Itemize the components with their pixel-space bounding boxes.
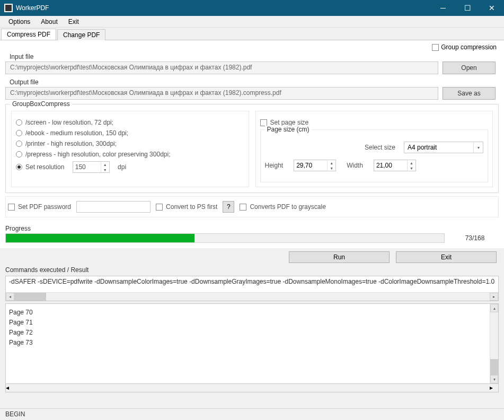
radio-icon (16, 119, 22, 126)
log-line: Page 71 (9, 319, 487, 326)
maximize-button[interactable]: ☐ (455, 0, 480, 16)
page-size-subgroup: Page size (cm) Select size A4 portrait ▾… (260, 129, 489, 182)
svg-rect-0 (5, 5, 12, 11)
chevron-left-icon[interactable]: ◂ (6, 384, 14, 392)
height-label: Height (265, 162, 284, 169)
chevron-down-icon[interactable]: ▾ (490, 375, 498, 383)
set-pdf-password-checkbox[interactable]: Set PDF password (8, 203, 71, 211)
grayscale-checkbox[interactable]: Converts PDF to grayscale (240, 203, 325, 211)
page-size-legend: Page size (cm) (265, 126, 312, 133)
chevron-up-icon[interactable]: ▴ (490, 304, 498, 312)
progress-bar (5, 233, 445, 243)
width-label: Width (347, 162, 363, 169)
groupbox-compress: GroupBoxCompress /screen - low resolutio… (5, 104, 499, 193)
convert-ps-checkbox[interactable]: Convert to PS first (156, 203, 217, 211)
checkbox-icon (156, 204, 163, 211)
checkbox-icon (240, 204, 246, 211)
log-line: Page 72 (9, 329, 487, 336)
title-bar: WorkerPDF ─ ☐ ✕ (0, 0, 504, 16)
progress-fill (6, 234, 194, 242)
preset-custom-resolution[interactable]: Set resolution 150 ▲▼ dpi (16, 161, 244, 173)
help-button[interactable]: ? (223, 201, 234, 213)
tab-strip: Compress PDF Change PDF (0, 28, 504, 40)
preset-printer[interactable]: /printer - high resolution, 300dpi; (16, 140, 244, 147)
height-spinner[interactable]: 29,70 ▲▼ (294, 160, 336, 171)
chevron-down-icon[interactable]: ▼ (328, 165, 335, 171)
log-horizontal-scrollbar[interactable]: ◂ ▸ (5, 384, 499, 392)
menu-bar: Options About Exit (0, 16, 504, 28)
set-resolution-label: Set resolution (25, 163, 64, 171)
log-textbox[interactable]: Page 70 Page 71 Page 72 Page 73 ▴ ▾ (5, 303, 499, 384)
run-button[interactable]: Run (289, 251, 390, 263)
set-page-size-checkbox[interactable]: Set page size (260, 119, 489, 126)
tab-compress-pdf[interactable]: Compress PDF (1, 29, 56, 40)
chevron-left-icon[interactable]: ◂ (6, 293, 14, 301)
open-button[interactable]: Open (443, 62, 496, 74)
page-size-panel: Set page size Page size (cm) Select size… (255, 111, 493, 187)
scrollbar-thumb[interactable] (490, 359, 498, 375)
commands-label: Commands executed / Result (0, 265, 504, 275)
select-size-label: Select size (365, 144, 395, 151)
page-size-combo[interactable]: A4 portrait ▾ (404, 142, 483, 153)
chevron-down-icon: ▾ (473, 142, 483, 153)
dpi-unit: dpi (118, 163, 126, 171)
scrollbar-thumb[interactable] (14, 293, 46, 301)
width-spinner[interactable]: 21,00 ▲▼ (374, 160, 416, 171)
preset-screen[interactable]: /screen - low resolution, 72 dpi; (16, 119, 244, 126)
preset-prepress[interactable]: /prepress - high resolution, color prese… (16, 151, 244, 158)
horizontal-scrollbar[interactable]: ◂ ▸ (6, 292, 498, 301)
menu-about[interactable]: About (36, 17, 63, 27)
tab-change-pdf[interactable]: Change PDF (57, 29, 105, 40)
chevron-down-icon[interactable]: ▼ (101, 167, 109, 172)
groupbox-compress-legend: GroupBoxCompress (10, 100, 72, 108)
chevron-up-icon[interactable]: ▲ (328, 160, 335, 165)
output-file-field[interactable]: C:\myprojects\workerpdf\test\Московская … (5, 87, 438, 100)
chevron-right-icon[interactable]: ▸ (490, 293, 498, 301)
status-bar: BEGIN (0, 408, 504, 420)
progress-text: 73/168 (451, 234, 499, 242)
radio-icon (16, 130, 22, 136)
minimize-button[interactable]: ─ (431, 0, 455, 16)
pdf-password-input[interactable] (76, 201, 151, 213)
radio-icon (16, 141, 22, 147)
input-file-label: Input file (10, 53, 499, 60)
compress-presets-panel: /screen - low resolution, 72 dpi; /ebook… (11, 111, 249, 187)
options-row: Set PDF password Convert to PS first ? C… (5, 196, 499, 217)
chevron-up-icon[interactable]: ▲ (408, 160, 415, 165)
progress-label: Progress (5, 225, 499, 232)
chevron-down-icon[interactable]: ▼ (408, 165, 415, 171)
log-line: Page 73 (9, 339, 487, 346)
log-line: Page 70 (9, 309, 487, 316)
group-compression-label: Group compression (441, 43, 497, 51)
window-title: WorkerPDF (16, 4, 431, 12)
app-icon (4, 4, 13, 12)
save-as-button[interactable]: Save as (443, 87, 496, 100)
close-button[interactable]: ✕ (480, 0, 504, 16)
checkbox-icon (432, 44, 439, 51)
radio-icon (16, 151, 22, 158)
chevron-right-icon[interactable]: ▸ (490, 384, 498, 392)
group-compression-checkbox[interactable]: Group compression (432, 43, 497, 51)
commands-textbox[interactable]: -dSAFER -sDEVICE=pdfwrite -dDownsampleCo… (5, 276, 499, 301)
checkbox-icon (260, 119, 267, 126)
output-file-label: Output file (10, 78, 499, 86)
menu-options[interactable]: Options (3, 17, 36, 27)
radio-icon (16, 164, 22, 170)
checkbox-icon (8, 204, 15, 211)
menu-exit[interactable]: Exit (63, 17, 84, 27)
input-file-field[interactable]: C:\myprojects\workerpdf\test\Московская … (5, 62, 438, 74)
preset-ebook[interactable]: /ebook - medium resolution, 150 dpi; (16, 129, 244, 137)
dpi-spinner[interactable]: 150 ▲▼ (73, 161, 110, 173)
vertical-scrollbar[interactable]: ▴ ▾ (490, 304, 498, 383)
exit-button[interactable]: Exit (396, 251, 497, 263)
chevron-up-icon[interactable]: ▲ (101, 162, 109, 167)
